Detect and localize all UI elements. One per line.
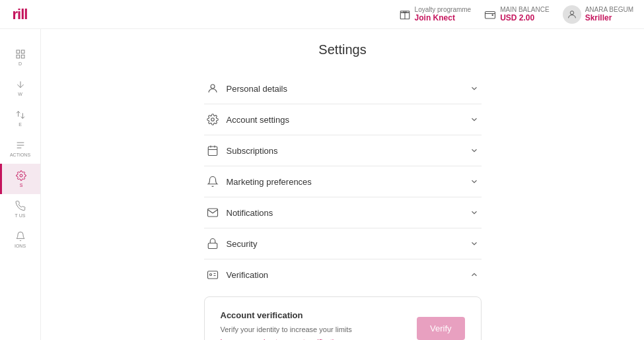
verification-card-line1: Verify your identity to increase your li… (221, 324, 352, 335)
svg-point-10 (211, 85, 215, 88)
accordion-label-security: Security (227, 239, 462, 249)
accordion-subscriptions: Subscriptions (204, 135, 482, 166)
accordion-verification: Verification Account verification Verify… (204, 259, 482, 340)
svg-rect-2 (400, 11, 410, 12)
accordion-security: Security (204, 228, 482, 259)
sidebar-item-exchange[interactable]: E (0, 103, 40, 133)
accordion-header-personal-details[interactable]: Personal details (204, 73, 482, 104)
transactions-icon (15, 140, 26, 151)
sidebar-item-dashboard[interactable]: D (0, 42, 40, 73)
balance-value: USD 2.00 (500, 13, 549, 22)
svg-rect-17 (207, 271, 217, 279)
gift-icon (399, 9, 411, 20)
verification-card-text: Account verification Verify your identit… (221, 310, 352, 340)
accordion-header-subscriptions[interactable]: Subscriptions (204, 135, 482, 166)
svg-rect-7 (17, 55, 20, 58)
logo[interactable]: rill (0, 0, 40, 29)
top-navigation: rill Loyalty programme Join Knect (0, 0, 644, 29)
chevron-down-icon (470, 115, 479, 124)
lock-icon (207, 238, 219, 250)
svg-rect-8 (21, 55, 24, 58)
balance-info: MAIN BALANCE USD 2.00 (500, 6, 549, 22)
sidebar-item-notifications[interactable]: IONS (0, 224, 40, 255)
verification-card: Account verification Verify your identit… (204, 296, 482, 340)
exchange-icon (15, 110, 26, 120)
nav-right: Loyalty programme Join Knect MAIN BALANC… (399, 5, 633, 24)
chevron-down-icon (470, 208, 479, 217)
wallet-icon (484, 9, 496, 20)
accordion-personal-details: Personal details (204, 73, 482, 104)
accordion-marketing-preferences: Marketing preferences (204, 166, 482, 197)
accordion-label-subscriptions: Subscriptions (227, 146, 462, 156)
accordion-header-account-settings[interactable]: Account settings (204, 104, 482, 135)
accordion-label-marketing-preferences: Marketing preferences (227, 177, 462, 187)
settings-icon (16, 170, 26, 181)
sidebar-item-transactions[interactable]: ACTIONS (0, 133, 40, 164)
settings-accordion: Personal details Account settings (204, 73, 482, 340)
chevron-down-icon (470, 146, 479, 155)
page-title: Settings (67, 42, 618, 57)
sidebar-label-transactions: ACTIONS (10, 153, 30, 157)
user-account[interactable]: ANARA BEGUM Skriller (563, 5, 633, 24)
user-label: ANARA BEGUM (585, 6, 633, 13)
svg-point-9 (20, 174, 22, 177)
accordion-header-notifications[interactable]: Notifications (204, 197, 482, 228)
chevron-down-icon (470, 84, 479, 93)
loyalty-label: Loyalty programme (415, 6, 472, 13)
verification-card-title: Account verification (221, 310, 352, 320)
accordion-header-security[interactable]: Security (204, 228, 482, 259)
accordion-header-verification[interactable]: Verification (204, 259, 482, 290)
loyalty-info: Loyalty programme Join Knect (415, 6, 472, 22)
sidebar-label-contact: T US (15, 213, 26, 218)
calendar-icon (207, 145, 219, 156)
chevron-down-icon (470, 177, 479, 186)
svg-rect-3 (485, 11, 495, 18)
chevron-down-icon (470, 239, 479, 248)
loyalty-programme[interactable]: Loyalty programme Join Knect (399, 6, 472, 22)
envelope-icon (207, 207, 219, 219)
verify-button[interactable]: Verify (417, 317, 465, 340)
bell-icon (15, 231, 26, 242)
withdraw-icon (15, 79, 26, 90)
layout: D W E ACTIONS S (0, 29, 644, 340)
accordion-notifications: Notifications (204, 197, 482, 228)
contact-icon (15, 201, 26, 211)
sidebar-item-withdraw[interactable]: W (0, 73, 40, 103)
accordion-header-marketing-preferences[interactable]: Marketing preferences (204, 166, 482, 197)
sidebar: D W E ACTIONS S (0, 29, 41, 340)
gear-icon (207, 114, 219, 125)
sidebar-item-settings[interactable]: S (0, 164, 40, 194)
chevron-up-icon (470, 270, 479, 279)
main-content: Settings Personal details (41, 29, 644, 340)
accordion-label-personal-details: Personal details (227, 84, 462, 94)
main-balance[interactable]: MAIN BALANCE USD 2.00 (484, 6, 549, 22)
svg-rect-16 (208, 243, 217, 248)
verification-card-link[interactable]: Learn more about account verification. (221, 338, 344, 341)
loyalty-value: Join Knect (415, 13, 472, 22)
sidebar-item-contact[interactable]: T US (0, 194, 40, 224)
svg-rect-6 (21, 50, 24, 53)
bell-marketing-icon (207, 176, 219, 187)
sidebar-label-dashboard: D (18, 61, 22, 66)
sidebar-label-notifications: IONS (15, 244, 26, 248)
user-info: ANARA BEGUM Skriller (585, 6, 633, 22)
accordion-label-account-settings: Account settings (227, 115, 462, 125)
user-value: Skriller (585, 13, 633, 22)
svg-point-18 (209, 274, 211, 276)
svg-rect-5 (17, 50, 20, 53)
sidebar-label-withdraw: W (18, 92, 22, 96)
accordion-label-verification: Verification (227, 270, 462, 280)
id-card-icon (207, 269, 219, 281)
logo-text: rill (13, 6, 28, 23)
balance-label: MAIN BALANCE (500, 6, 549, 13)
svg-rect-12 (208, 147, 217, 156)
sidebar-label-settings: S (20, 183, 23, 187)
svg-point-4 (570, 11, 573, 14)
accordion-account-settings: Account settings (204, 104, 482, 135)
svg-point-11 (211, 118, 214, 121)
accordion-label-notifications: Notifications (227, 208, 462, 218)
sidebar-label-exchange: E (18, 122, 22, 127)
person-icon (207, 83, 219, 94)
avatar (563, 5, 581, 24)
home-icon (15, 49, 26, 59)
